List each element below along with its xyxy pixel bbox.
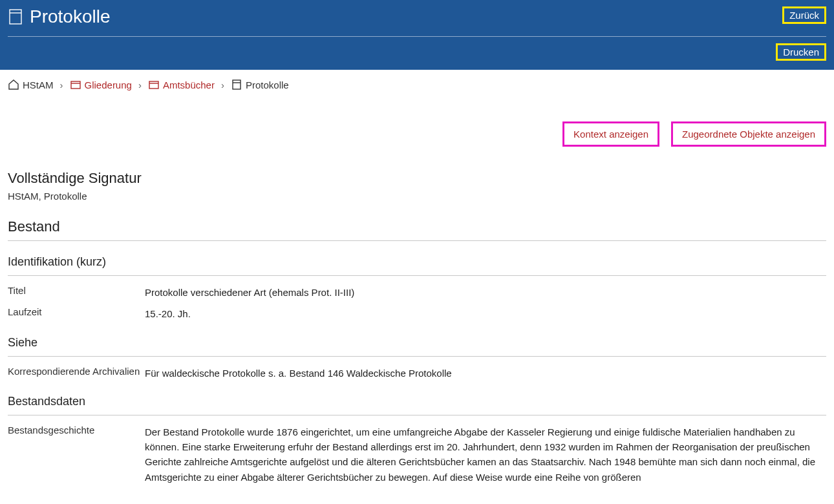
show-context-button[interactable]: Kontext anzeigen xyxy=(562,121,659,147)
breadcrumb-label: HStAM xyxy=(23,79,54,90)
header-top: Protokolle Zurück xyxy=(8,6,826,27)
bestandsdaten-heading: Bestandsdaten xyxy=(8,395,826,415)
bestand-heading: Bestand xyxy=(8,218,826,241)
svg-rect-2 xyxy=(71,81,80,89)
home-icon xyxy=(8,79,19,90)
field-row-korrespondierende: Korrespondierende Archivalien Für waldec… xyxy=(8,366,826,381)
svg-rect-0 xyxy=(10,10,21,24)
field-value: Für waldeckische Protokolle s. a. Bestan… xyxy=(145,366,826,381)
siehe-heading: Siehe xyxy=(8,336,826,357)
show-assigned-objects-button[interactable]: Zugeordnete Objekte anzeigen xyxy=(671,121,826,147)
action-row: Kontext anzeigen Zugeordnete Objekte anz… xyxy=(8,121,826,147)
field-label: Titel xyxy=(8,285,145,296)
field-row-titel: Titel Protokolle verschiedener Art (ehem… xyxy=(8,285,826,300)
breadcrumb: HStAM › Gliederung › Amtsbücher › Protok… xyxy=(0,70,834,96)
chevron-right-icon: › xyxy=(221,79,224,90)
header-divider xyxy=(8,36,826,37)
print-button[interactable]: Drucken xyxy=(776,43,826,61)
back-button[interactable]: Zurück xyxy=(782,6,826,24)
field-value: 15.-20. Jh. xyxy=(145,306,826,321)
document-icon xyxy=(8,8,23,26)
folder-icon xyxy=(70,79,81,90)
field-row-bestandsgeschichte: Bestandsgeschichte Der Bestand Protokoll… xyxy=(8,425,826,485)
breadcrumb-item-amtsbuecher[interactable]: Amtsbücher xyxy=(148,79,215,90)
signature-heading: Vollständige Signatur xyxy=(8,170,826,187)
signature-value: HStAM, Protokolle xyxy=(8,191,826,202)
field-row-laufzeit: Laufzeit 15.-20. Jh. xyxy=(8,306,826,321)
document-icon xyxy=(231,79,242,90)
breadcrumb-item-hstam[interactable]: HStAM xyxy=(8,79,54,90)
header-bottom: Drucken xyxy=(8,43,826,61)
breadcrumb-item-protokolle: Protokolle xyxy=(231,79,289,90)
chevron-right-icon: › xyxy=(60,79,63,90)
svg-rect-6 xyxy=(233,80,241,89)
page-title: Protokolle xyxy=(8,6,111,27)
field-label: Bestandsgeschichte xyxy=(8,425,145,436)
chevron-right-icon: › xyxy=(138,79,142,90)
content: Kontext anzeigen Zugeordnete Objekte anz… xyxy=(0,96,834,504)
svg-rect-4 xyxy=(149,81,158,89)
field-value: Der Bestand Protokolle wurde 1876 einger… xyxy=(145,425,826,485)
identification-heading: Identifikation (kurz) xyxy=(8,255,826,276)
breadcrumb-item-gliederung[interactable]: Gliederung xyxy=(70,79,132,90)
field-value: Protokolle verschiedener Art (ehemals Pr… xyxy=(145,285,826,300)
breadcrumb-label: Gliederung xyxy=(85,79,132,90)
field-label: Laufzeit xyxy=(8,306,145,317)
field-label: Korrespondierende Archivalien xyxy=(8,366,145,377)
folder-icon xyxy=(148,79,160,90)
breadcrumb-label: Amtsbücher xyxy=(163,79,215,90)
page-title-text: Protokolle xyxy=(30,6,111,27)
breadcrumb-label: Protokolle xyxy=(246,79,289,90)
header-bar: Protokolle Zurück Drucken xyxy=(0,0,834,70)
